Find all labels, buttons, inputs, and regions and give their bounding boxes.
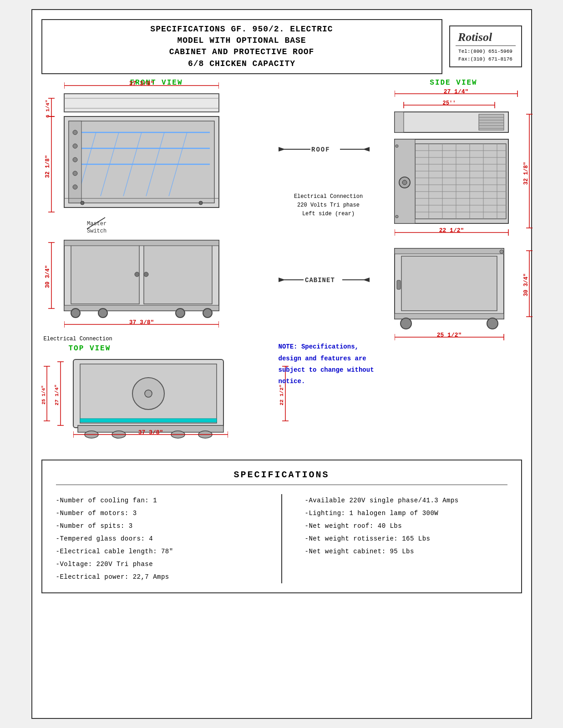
specs-right-col: -Available 220V single phase/41.3 Amps -… (305, 494, 507, 583)
cabinet-label-area: CABINET (279, 273, 379, 287)
svg-rect-143 (401, 256, 497, 311)
svg-rect-44 (64, 305, 219, 311)
spec-item-r4: -Net weight rotisserie: 165 Lbs (305, 532, 507, 545)
svg-text:37  3/8": 37 3/8" (129, 81, 154, 87)
roof-label-area: ROOF (279, 142, 379, 156)
electrical-connection-label: Electrical Connection (44, 336, 272, 342)
side-dim-top: 27 1/4" (395, 89, 522, 101)
spec-item-7: -Electrical power: 22,7 Amps (56, 571, 259, 583)
svg-text:25  1/4": 25 1/4" (41, 385, 46, 404)
dim-cabinet-side-depth: 25 1/2" (395, 333, 508, 344)
side-roof-area: 32 1/8" (392, 110, 522, 137)
side-cabinet-svg (392, 246, 520, 333)
logo-tel: Tel:(800) 651-5969 (456, 48, 516, 56)
logo-name: Rotisol (456, 30, 516, 46)
svg-text:Switch: Switch (87, 228, 107, 233)
svg-point-134 (396, 145, 398, 147)
dim-top-depth-inner: 25 1/4" (41, 364, 53, 423)
svg-rect-141 (395, 248, 504, 254)
svg-text:22  1/2": 22 1/2" (439, 228, 464, 234)
dim-top-width: 37 3/8" (73, 430, 267, 441)
dim-25-q-top: 25 1/4" (41, 364, 53, 423)
title-line4: 6/8 CHICKEN CAPACITY (51, 58, 432, 70)
svg-text:27  1/4": 27 1/4" (54, 384, 60, 405)
top-view-area: 27 1/4" 25 1/4" (69, 355, 272, 446)
svg-text:Rotisol: Rotisol (457, 30, 492, 44)
svg-point-24 (73, 144, 77, 148)
svg-point-47 (176, 308, 185, 318)
side-main-svg (392, 137, 520, 228)
side-view-label: SIDE VIEW (385, 79, 522, 87)
specs-divider (281, 494, 282, 583)
right-col: SIDE VIEW 27 1/4" 25'' (385, 79, 522, 446)
svg-point-30 (199, 201, 203, 205)
side-main-area: 22 1/2" (392, 137, 522, 228)
dim-37-top: 37 3/8" (73, 430, 228, 441)
note-content: NOTE: Specifications, design and feature… (279, 343, 374, 385)
middle-col: ROOF Electrical Connection 220 Volts Tri… (279, 79, 379, 446)
top-view-header: TOP VIEW (69, 344, 272, 353)
logo-svg: Rotisol (456, 30, 510, 44)
dim-30-3q: 30 3/4" (42, 240, 58, 311)
svg-marker-92 (363, 278, 370, 282)
voltage-label: 220 Volts Tri phase (279, 201, 379, 210)
master-switch-area: Master Switch (60, 215, 272, 233)
note-section: NOTE: Specifications, design and feature… (279, 341, 379, 387)
dim-main-height: 32 1/8" (42, 114, 58, 214)
spec-item-r1: -Available 220V single phase/41.3 Amps (305, 494, 507, 507)
svg-text:25  1/2": 25 1/2" (436, 333, 462, 339)
cabinet-front-area: 30 3/4" 37 3/8" (60, 238, 272, 320)
logo-contact: Tel:(800) 651-5969 Fax:(310) 671-8176 (456, 48, 516, 63)
svg-point-147 (500, 250, 503, 253)
svg-text:30  3/4": 30 3/4" (45, 265, 51, 288)
spec-item-r5: -Net weight cabinet: 95 Lbs (305, 545, 507, 558)
side-dim-inner: 25'' (399, 101, 504, 110)
side-cabinet-area: 30 3/4" 25 1/2" (392, 246, 522, 333)
spec-item-2: -Number of motors: 3 (56, 507, 259, 520)
specs-grid: -Number of cooling fan: 1 -Number of mot… (56, 494, 507, 583)
svg-marker-86 (279, 147, 285, 152)
svg-text:27  1/4": 27 1/4" (443, 89, 468, 95)
svg-point-26 (73, 171, 77, 176)
dim-22-half-side: 22 1/2" (395, 228, 513, 239)
note-text: NOTE: Specifications, design and feature… (279, 341, 379, 387)
svg-point-133 (402, 180, 407, 185)
svg-rect-66 (80, 419, 217, 422)
svg-text:32  1/8": 32 1/8" (523, 162, 529, 185)
title-box: SPECIFICATIONS GF. 950/2. ELECTRIC MODEL… (41, 19, 442, 74)
top-view-label: TOP VIEW (69, 344, 111, 353)
svg-rect-142 (395, 313, 504, 319)
svg-rect-144 (397, 280, 401, 289)
spec-item-r2: -Lighting: 1 halogen lamp of 300W (305, 507, 507, 520)
front-roof-svg (60, 89, 223, 114)
title-line1: SPECIFICATIONS GF. 950/2. ELECTRIC (51, 24, 432, 35)
svg-point-145 (401, 318, 411, 329)
svg-text:37  3/8": 37 3/8" (129, 320, 154, 326)
specs-title: SPECIFICATIONS (56, 470, 507, 485)
svg-point-146 (487, 318, 498, 329)
elec-conn-label: Electrical Connection (279, 192, 379, 201)
spec-item-1: -Number of cooling fan: 1 (56, 494, 259, 507)
svg-marker-87 (363, 147, 370, 152)
svg-point-42 (144, 272, 148, 277)
front-view-area: 37 3/8" (60, 89, 272, 214)
svg-point-25 (73, 157, 77, 162)
top-view-section: TOP VIEW (41, 344, 272, 446)
master-switch-svg: Master Switch (60, 215, 151, 233)
specs-left-col: -Number of cooling fan: 1 -Number of mot… (56, 494, 259, 583)
svg-text:ROOF: ROOF (311, 146, 330, 153)
svg-point-60 (145, 390, 152, 397)
side-rear-label: Left side (rear) (279, 210, 379, 218)
dim-cabinet-height-left: 30 3/4" (42, 240, 58, 311)
svg-point-27 (73, 185, 77, 189)
spec-item-4: -Tempered glass doors: 4 (56, 532, 259, 545)
dim-cabinet-side-height: 30 3/4" (523, 248, 536, 319)
title: SPECIFICATIONS GF. 950/2. ELECTRIC MODEL… (51, 24, 432, 70)
dim-top-depth-outer: 27 1/4" (51, 359, 67, 428)
svg-rect-108 (395, 112, 404, 132)
svg-text:Master: Master (87, 221, 107, 227)
svg-point-23 (73, 130, 77, 135)
dim-32-eighth: 32 1/8" (42, 114, 58, 214)
dim-30-3q-right: 30 3/4" (523, 248, 536, 319)
page: SPECIFICATIONS GF. 950/2. ELECTRIC MODEL… (31, 9, 532, 719)
